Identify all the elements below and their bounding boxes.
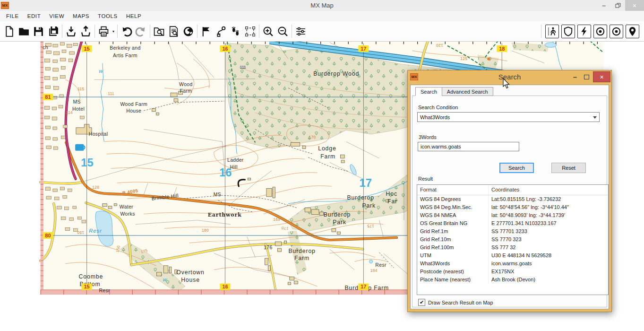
result-row[interactable]: Grid Ref.1mSS 77701 3233 bbox=[417, 227, 608, 235]
import-icon bbox=[65, 26, 77, 37]
zoom-in-icon bbox=[262, 26, 274, 37]
export-icon bbox=[80, 26, 92, 37]
result-row[interactable]: WGS 84 Deg.Min.Sec.lat: 50°48′54.56″ lng… bbox=[417, 203, 608, 211]
result-format: Grid Ref.10m bbox=[417, 235, 489, 244]
map-label: W bbox=[99, 69, 103, 74]
window-titlebar: MX MX Map – × bbox=[0, 0, 644, 11]
map-label: Burderop bbox=[324, 211, 351, 218]
location-pin-button[interactable] bbox=[626, 25, 639, 38]
result-row[interactable]: What3Wordsicon.warms.goats bbox=[417, 260, 608, 268]
reset-button[interactable]: Reset bbox=[551, 163, 586, 173]
map-label: Coombe bbox=[79, 273, 103, 280]
result-table[interactable]: FormatCoordinatesWGS 84 DegreesLat:50.81… bbox=[417, 184, 609, 295]
map-label: 114 bbox=[66, 110, 73, 115]
menu-help[interactable]: HELP bbox=[122, 12, 146, 20]
toolbar-separator bbox=[117, 25, 118, 38]
new-document-button[interactable] bbox=[2, 23, 17, 39]
result-row[interactable]: Postcode (nearest)EX175NX bbox=[417, 268, 608, 276]
result-row[interactable]: OS Great Britain NGE 277701.341 N103233.… bbox=[417, 219, 608, 227]
save-button[interactable] bbox=[31, 23, 46, 39]
result-coordinates: E 277701.341 N103233.167 bbox=[489, 219, 608, 227]
import-button[interactable] bbox=[64, 23, 78, 39]
map-label: House bbox=[181, 277, 200, 283]
result-coordinates: U30 E 448134 N 5629528 bbox=[489, 252, 608, 260]
words-input[interactable]: icon.warms.goats bbox=[418, 142, 519, 151]
map-label: Burderop Wood bbox=[313, 70, 359, 77]
menu-maps[interactable]: MAPS bbox=[69, 12, 94, 20]
map-label: House bbox=[126, 108, 141, 113]
result-row[interactable]: Grid Ref.100mSS 777 32 bbox=[417, 244, 608, 252]
print-dropdown-button[interactable]: ▾ bbox=[111, 29, 116, 34]
toolbar-separator bbox=[292, 25, 292, 38]
search-button[interactable]: Search bbox=[499, 163, 534, 173]
menu-edit[interactable]: EDIT bbox=[23, 12, 45, 20]
display-settings-button[interactable] bbox=[293, 23, 308, 39]
search-map-button[interactable] bbox=[152, 23, 166, 39]
result-row[interactable]: WGS 84 NMEAlat: 50°48.9093′ lng: -3°44.1… bbox=[417, 211, 608, 219]
select-area-button[interactable] bbox=[243, 23, 258, 39]
result-col-format: Format bbox=[417, 185, 489, 195]
checkbox-icon[interactable]: ✔ bbox=[418, 299, 425, 306]
dialog-minimize-button[interactable]: – bbox=[569, 73, 581, 81]
map-label: Ladder bbox=[227, 157, 244, 163]
menu-view[interactable]: VIEW bbox=[45, 12, 69, 20]
save-all-button[interactable] bbox=[46, 23, 60, 39]
result-row[interactable]: Grid Ref.10mSS 7770 323 bbox=[417, 235, 608, 244]
print-button[interactable] bbox=[96, 23, 111, 39]
result-row[interactable]: UTMU30 E 448134 N 5629528 bbox=[417, 252, 608, 260]
route-button[interactable] bbox=[214, 23, 228, 39]
walking-routes-button[interactable] bbox=[545, 25, 559, 38]
dialog-maximize-button[interactable] bbox=[581, 75, 592, 79]
result-format: OS Great Britain NG bbox=[417, 219, 489, 227]
search-document-button[interactable] bbox=[166, 23, 181, 39]
web-map-button[interactable] bbox=[181, 23, 196, 39]
target-icon bbox=[595, 26, 606, 37]
lightning-button[interactable] bbox=[577, 25, 591, 38]
result-row[interactable]: Place Name (nearest)Ash Brook (Devon) bbox=[417, 276, 608, 284]
result-coordinates: lat: 50°48.9093′ lng: -3°44.1739′ bbox=[489, 211, 608, 219]
map-label: Hotel bbox=[72, 106, 85, 112]
undo-button[interactable] bbox=[119, 23, 134, 39]
export-button[interactable] bbox=[78, 23, 93, 39]
zoom-out-button[interactable] bbox=[275, 23, 290, 39]
result-format: WGS 84 Deg.Min.Sec. bbox=[417, 203, 489, 211]
open-file-button[interactable] bbox=[17, 23, 31, 39]
zoom-in-button[interactable] bbox=[261, 23, 275, 39]
window-restore-button[interactable] bbox=[611, 0, 625, 11]
tracks-button[interactable] bbox=[228, 23, 243, 39]
map-label: 180 bbox=[202, 228, 209, 233]
flag-marker-button[interactable] bbox=[199, 23, 214, 39]
sliders-icon bbox=[295, 26, 307, 37]
result-format: Grid Ref.100m bbox=[417, 244, 489, 252]
search-dialog: MX Search – × SearchAdvanced Search Sear… bbox=[407, 70, 612, 312]
select-area-icon bbox=[244, 26, 256, 37]
map-label: 170 bbox=[309, 135, 316, 139]
map-label: 150 bbox=[77, 230, 84, 235]
map-label: Burderop bbox=[288, 248, 315, 254]
redo-button[interactable] bbox=[134, 23, 148, 39]
window-close-button[interactable]: × bbox=[625, 0, 644, 11]
flag-icon bbox=[200, 26, 212, 37]
result-coordinates: SS 77701 3233 bbox=[489, 227, 608, 235]
map-label: 115 bbox=[77, 87, 84, 91]
dialog-close-button[interactable]: × bbox=[593, 71, 610, 82]
menu-file[interactable]: FILE bbox=[2, 12, 23, 20]
target-a-button[interactable] bbox=[593, 25, 607, 38]
app-logo-icon: MX bbox=[1, 2, 9, 9]
window-minimize-button[interactable]: – bbox=[597, 0, 611, 11]
result-format: WGS 84 NMEA bbox=[417, 211, 489, 219]
grid-ref-text: 18 bbox=[499, 46, 505, 52]
search-condition-select[interactable]: What3Words bbox=[417, 112, 600, 122]
tab-search[interactable]: Search bbox=[415, 87, 442, 96]
shield-icon bbox=[563, 26, 574, 37]
result-row[interactable]: WGS 84 DegreesLat:50.815155 Lng: -3.7362… bbox=[417, 195, 608, 203]
grid-ref-text: 16 bbox=[222, 46, 228, 52]
big-grid-number: 17 bbox=[360, 177, 372, 189]
target-b-button[interactable] bbox=[610, 25, 623, 38]
result-format: Postcode (nearest) bbox=[417, 268, 489, 276]
result-coordinates: icon.warms.goats bbox=[489, 260, 608, 268]
tab-advanced-search[interactable]: Advanced Search bbox=[442, 87, 493, 96]
menu-tools[interactable]: TOOLS bbox=[94, 12, 122, 20]
draw-result-checkbox-row[interactable]: ✔ Draw Search Result on Map bbox=[418, 299, 493, 306]
shield-button[interactable] bbox=[561, 25, 575, 38]
